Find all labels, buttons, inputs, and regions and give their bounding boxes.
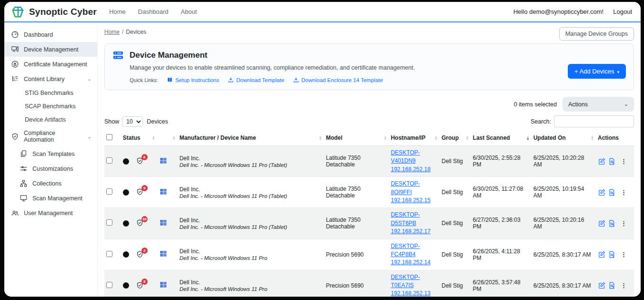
sort-icon[interactable]: ▲▼ <box>466 135 469 140</box>
setup-instructions-link[interactable]: Setup Instructions <box>167 77 219 83</box>
sidebar-item-stig-benchmarks[interactable]: STIG Benchmarks <box>4 86 97 100</box>
row-select-checkbox[interactable] <box>106 282 112 288</box>
download-template-link[interactable]: Download Template <box>228 77 284 83</box>
edit-device-icon[interactable] <box>598 219 606 228</box>
search-input[interactable] <box>554 115 634 127</box>
show-label: Show <box>104 118 119 125</box>
user-management-icon <box>11 209 19 217</box>
device-name: Dell Inc. - Microsoft Windows 11 Pro (Ta… <box>180 162 322 168</box>
sidebar-item-certificate-management[interactable]: Certificate Management <box>4 57 97 72</box>
compliance-shield-icon[interactable]: 2 <box>136 250 144 259</box>
sidebar-item-collections[interactable]: Collections <box>4 176 97 191</box>
sidebar-item-scap-benchmarks[interactable]: SCAP Benchmarks <box>4 100 97 113</box>
collections-icon <box>20 179 28 187</box>
dashboard-icon <box>11 31 19 39</box>
device-status-dot <box>123 282 129 289</box>
sidebar-item-device-management[interactable]: Device Management <box>4 42 97 57</box>
nav-dashboard[interactable]: Dashboard <box>138 8 169 15</box>
ip-link[interactable]: 192.168.252.13 <box>391 290 430 297</box>
hostname-link[interactable]: DESKTOP-8OI9FFI <box>391 180 420 195</box>
hostname-link[interactable]: DESKTOP-T0EA7IS <box>391 274 420 289</box>
updated-on: 6/25/2025, 10:19:54 AM <box>532 177 596 208</box>
hostname-link[interactable]: DESKTOP-D5ST6PB <box>391 211 420 226</box>
finding-count-badge: 8 <box>141 279 148 285</box>
sidebar-item-device-artifacts[interactable]: Device Artifacts <box>4 113 97 126</box>
sidebar-item-user-management[interactable]: User Management <box>4 206 97 220</box>
compliance-shield-icon[interactable]: 10 <box>136 219 144 228</box>
sort-icon-active-desc[interactable]: ▲▼ <box>526 135 530 140</box>
compliance-shield-icon[interactable]: 8 <box>136 281 144 290</box>
manufacturer-name: Dell Inc. <box>180 186 322 193</box>
sidebar-item-compliance-automation[interactable]: Compliance Automation ⌄ <box>4 126 97 146</box>
edit-device-icon[interactable] <box>598 157 606 166</box>
compliance-shield-icon[interactable]: 9 <box>136 188 144 197</box>
edit-device-icon[interactable] <box>598 250 606 259</box>
sort-icon[interactable]: ▲▼ <box>591 135 594 140</box>
table-row: 9Dell Inc.Dell Inc. - Microsoft Windows … <box>104 177 634 208</box>
device-model: Latitude 7350 Detachable <box>324 208 389 239</box>
ip-link[interactable]: 192.168.252.17 <box>391 228 430 235</box>
finding-count-badge: 10 <box>141 216 148 222</box>
hostname-link[interactable]: DESKTOP-V401DN9 <box>391 149 420 164</box>
breadcrumb-home-link[interactable]: Home <box>104 29 120 35</box>
download-enclosure-14-template-link[interactable]: Download Enclosure 14 Template <box>293 77 383 83</box>
row-select-checkbox[interactable] <box>106 219 112 226</box>
sidebar-item-customizations[interactable]: Customizations <box>4 161 97 176</box>
actions-dropdown[interactable]: Actions ⌄ <box>563 97 634 112</box>
device-status-dot <box>123 251 129 258</box>
row-menu-icon[interactable]: ⋮ <box>621 158 627 165</box>
sidebar-item-scan-templates[interactable]: Scan Templates <box>4 146 97 161</box>
row-select-checkbox[interactable] <box>106 251 112 257</box>
edit-device-icon[interactable] <box>598 188 606 197</box>
compliance-shield-icon[interactable]: 6 <box>136 157 144 166</box>
device-group: Dell Stig <box>440 177 471 208</box>
row-menu-icon[interactable]: ⋮ <box>621 251 627 258</box>
device-report-icon[interactable] <box>608 219 616 228</box>
manufacturer-name: Dell Inc. <box>180 279 322 286</box>
device-report-icon[interactable] <box>608 281 616 290</box>
sidebar: Dashboard Device Management Certificate … <box>4 22 98 297</box>
last-scanned: 6/26/2025, 3:57:48 PM <box>471 270 532 297</box>
device-model: Precision 5690 <box>324 239 389 270</box>
device-report-icon[interactable] <box>608 157 616 166</box>
device-model: Latitude 7350 Detachable <box>324 177 389 208</box>
sort-icon[interactable]: ▲▼ <box>384 135 387 140</box>
device-model: Latitude 7350 Detachable <box>324 146 389 177</box>
row-select-checkbox[interactable] <box>106 157 112 164</box>
manage-device-groups-button[interactable]: Manage Device Groups <box>559 27 634 41</box>
device-group: Dell Stig <box>440 146 471 177</box>
add-devices-button[interactable]: + Add Devices▾ <box>568 64 626 79</box>
finding-count-badge: 6 <box>141 154 148 160</box>
sort-icon[interactable]: ▲▼ <box>434 135 438 140</box>
device-name: Dell Inc. - Microsoft Windows 11 Pro (Ta… <box>180 193 322 199</box>
device-report-icon[interactable] <box>608 250 616 259</box>
sort-icon[interactable]: ▲▼ <box>172 135 176 140</box>
sidebar-item-content-library[interactable]: Content Library ⌄ <box>4 72 97 86</box>
select-all-checkbox[interactable] <box>106 134 112 140</box>
breadcrumb: Home/Devices <box>104 27 146 35</box>
logout-link[interactable]: Logout <box>613 8 632 15</box>
sort-icon[interactable]: ▲▼ <box>319 135 322 140</box>
row-menu-icon[interactable]: ⋮ <box>621 189 627 196</box>
row-menu-icon[interactable]: ⋮ <box>621 282 627 289</box>
breadcrumb-current: Devices <box>126 29 146 35</box>
page-size-select[interactable]: 10 <box>122 116 143 127</box>
sidebar-item-scan-management[interactable]: Scan Management <box>4 191 97 206</box>
nav-about[interactable]: About <box>181 8 197 15</box>
sort-icon[interactable]: ▲▼ <box>152 135 155 140</box>
edit-device-icon[interactable] <box>598 281 606 290</box>
hostname-link[interactable]: DESKTOP-FC4P8B4 <box>391 243 420 258</box>
updated-on: 6/25/2025, 10:20:28 AM <box>532 146 596 177</box>
row-select-checkbox[interactable] <box>106 188 112 195</box>
app-window: Synoptic Cyber Home Dashboard About Hell… <box>4 2 641 297</box>
sidebar-item-dashboard[interactable]: Dashboard <box>4 27 97 42</box>
ip-link[interactable]: 192.168.252.15 <box>391 197 430 204</box>
ip-link[interactable]: 192.168.252.14 <box>391 259 430 266</box>
row-menu-icon[interactable]: ⋮ <box>621 220 627 227</box>
ip-link[interactable]: 192.168.252.18 <box>391 166 430 173</box>
devices-label: Devices <box>147 118 168 125</box>
brand-logo-icon <box>11 5 25 19</box>
nav-home[interactable]: Home <box>109 8 126 15</box>
device-report-icon[interactable] <box>608 188 616 197</box>
items-selected-count: 0 items selected <box>514 101 557 108</box>
